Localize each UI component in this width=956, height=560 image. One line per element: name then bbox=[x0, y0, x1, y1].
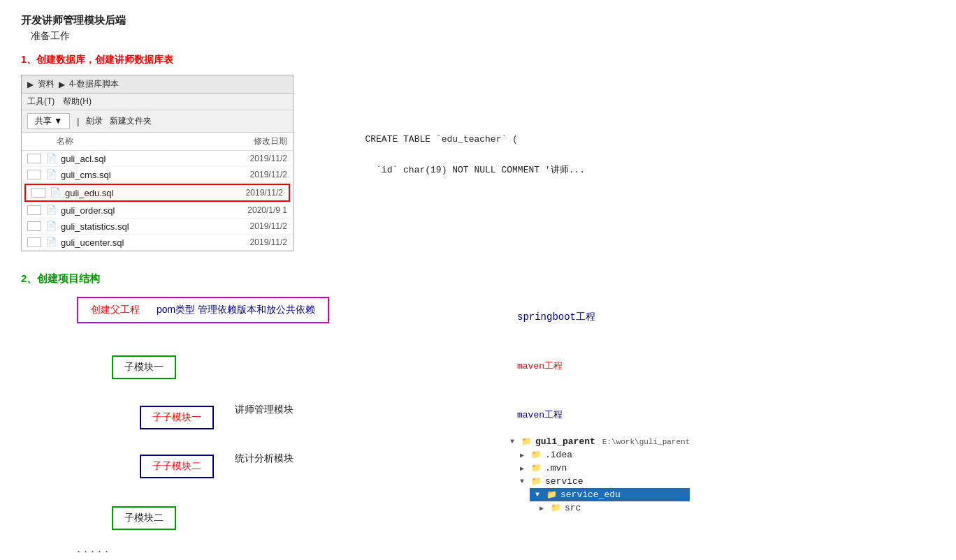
breadcrumb-root: 资料 bbox=[38, 78, 55, 90]
root-name: guli_parent bbox=[535, 436, 595, 447]
file-row[interactable]: 📄guli_statistics.sql2019/11/2 bbox=[22, 219, 293, 235]
file-date: 2019/11/2 bbox=[238, 221, 287, 231]
file-row[interactable]: 📄guli_acl.sql2019/11/2 bbox=[22, 151, 293, 167]
mvn-name: .mvn bbox=[545, 463, 567, 473]
maven-label1: maven工程 bbox=[517, 360, 690, 372]
file-checkbox bbox=[27, 170, 41, 179]
pom-type: pom类型 bbox=[157, 304, 195, 315]
root-collapse-icon: ▼ bbox=[510, 438, 519, 445]
subsub1-desc: 讲师管理模块 bbox=[235, 404, 294, 416]
file-date: 2019/11/2 bbox=[238, 237, 287, 247]
service-collapse-icon: ▼ bbox=[520, 478, 528, 485]
subsub2-desc: 统计分析模块 bbox=[235, 452, 294, 465]
maven-label2: maven工程 bbox=[517, 408, 690, 421]
subsub1-box: 子子模块一 bbox=[140, 406, 214, 429]
page-container: 开发讲师管理模块后端 准备工作 1、创建数据库，创建讲师数据库表 ▶ 资料 ▶ … bbox=[0, 0, 956, 560]
share-button[interactable]: 共享 ▼ bbox=[27, 113, 70, 129]
file-name: guli_acl.sql bbox=[61, 154, 234, 164]
file-date: 2019/11/2 bbox=[234, 188, 283, 198]
sub2-row: 子模块二 bbox=[21, 491, 475, 530]
file-name: guli_cms.sql bbox=[61, 170, 234, 180]
actions-divider: | bbox=[77, 117, 79, 126]
structure-left: 创建父工程 pom类型 管理依赖版本和放公共依赖 子模块一 子子模块一 bbox=[21, 297, 475, 530]
fe-files: 📄guli_acl.sql2019/11/2📄guli_cms.sql2019/… bbox=[22, 151, 293, 251]
subsub2-label: 子子模块二 bbox=[152, 460, 201, 471]
file-tree: ▼ 📁 guli_parent E:\work\guli_parent ▶ 📁 … bbox=[510, 435, 690, 515]
file-name: guli_edu.sql bbox=[65, 188, 230, 198]
parent-text1: 创建父工程 bbox=[91, 304, 140, 315]
share-label: 共享 ▼ bbox=[35, 115, 62, 127]
tree-mvn: ▶ 📁 .mvn bbox=[520, 462, 690, 475]
step2-section: 2、创建项目结构 创建父工程 pom类型 管理依赖版本和放公共依赖 子模块一 bbox=[21, 272, 935, 559]
tree-service: ▼ 📁 service bbox=[520, 475, 690, 488]
title-section: 开发讲师管理模块后端 准备工作 bbox=[21, 14, 935, 43]
sql-line2: `id` char(19) NOT NULL COMMENT '讲师... bbox=[365, 165, 585, 175]
subsub1-label: 子子模块一 bbox=[152, 411, 201, 422]
file-icon: 📄 bbox=[45, 205, 57, 216]
sub1-box: 子模块一 bbox=[112, 355, 176, 379]
breadcrumb-arrow: ▶ bbox=[27, 80, 34, 89]
file-checkbox bbox=[27, 221, 41, 231]
file-explorer: ▶ 资料 ▶ 4-数据库脚本 工具(T) 帮助(H) 共享 ▼ | 刻录 bbox=[21, 75, 294, 251]
file-checkbox bbox=[31, 188, 45, 198]
root-folder-icon: 📁 bbox=[521, 436, 533, 447]
tree-service-edu[interactable]: ▼ 📁 service_edu bbox=[530, 488, 690, 501]
file-row[interactable]: 📄guli_edu.sql2019/11/2 bbox=[24, 184, 290, 202]
tree-src: ▶ 📁 src bbox=[539, 501, 690, 515]
service-folder-icon: 📁 bbox=[531, 476, 542, 487]
file-icon: 📄 bbox=[45, 237, 57, 248]
sub1-row: 子模块一 bbox=[21, 336, 475, 379]
file-icon: 📄 bbox=[45, 169, 57, 180]
file-row[interactable]: 📄guli_ucenter.sql2019/11/2 bbox=[22, 235, 293, 251]
file-row[interactable]: 📄guli_cms.sql2019/11/2 bbox=[22, 167, 293, 183]
tree-idea: ▶ 📁 .idea bbox=[520, 448, 690, 462]
pom-desc: 管理依赖版本和放公共依赖 bbox=[198, 304, 315, 315]
sql-code: CREATE TABLE `edu_teacher` ( `id` char(1… bbox=[321, 117, 935, 193]
file-name: guli_ucenter.sql bbox=[61, 237, 234, 248]
src-folder-icon: 📁 bbox=[551, 503, 562, 513]
file-checkbox bbox=[27, 154, 41, 163]
file-name: guli_order.sql bbox=[61, 205, 234, 216]
record-button[interactable]: 刻录 bbox=[86, 115, 103, 127]
toolbar-tools[interactable]: 工具(T) bbox=[27, 96, 55, 108]
sub2-box: 子模块二 bbox=[112, 506, 176, 530]
step1-label: 1、创建数据库，创建讲师数据库表 bbox=[21, 54, 935, 66]
fe-toolbar: 工具(T) 帮助(H) bbox=[22, 94, 293, 110]
main-title: 开发讲师管理模块后端 bbox=[21, 14, 935, 27]
left-panel: ▶ 资料 ▶ 4-数据库脚本 工具(T) 帮助(H) 共享 ▼ | 刻录 bbox=[21, 75, 294, 251]
service-edu-folder-icon: 📁 bbox=[546, 489, 558, 500]
idea-folder-icon: 📁 bbox=[531, 450, 542, 460]
parent-box-row: 创建父工程 pom类型 管理依赖版本和放公共依赖 bbox=[21, 297, 475, 323]
file-icon: 📄 bbox=[45, 221, 57, 232]
subsub1-row: 子子模块一 讲师管理模块 bbox=[21, 390, 475, 429]
project-structure: 创建父工程 pom类型 管理依赖版本和放公共依赖 子模块一 子子模块一 bbox=[21, 297, 935, 530]
file-date: 2019/11/2 bbox=[238, 170, 287, 179]
file-checkbox bbox=[27, 205, 41, 215]
new-folder-button[interactable]: 新建文件夹 bbox=[110, 115, 152, 127]
file-name: guli_statistics.sql bbox=[61, 221, 234, 232]
dots: · · · · · bbox=[77, 544, 935, 559]
service-edu-name: service_edu bbox=[560, 489, 621, 500]
col-name: 名称 bbox=[57, 135, 73, 147]
idea-name: .idea bbox=[545, 450, 572, 460]
toolbar-help[interactable]: 帮助(H) bbox=[63, 96, 92, 108]
fe-table-header: 名称 修改日期 bbox=[22, 133, 293, 151]
col-date: 修改日期 bbox=[254, 135, 287, 147]
breadcrumb-sep: ▶ bbox=[59, 80, 65, 89]
mvn-expand-icon: ▶ bbox=[520, 464, 528, 473]
top-row: ▶ 资料 ▶ 4-数据库脚本 工具(T) 帮助(H) 共享 ▼ | 刻录 bbox=[21, 75, 935, 251]
file-checkbox bbox=[27, 237, 41, 247]
sub-title: 准备工作 bbox=[31, 30, 935, 43]
springboot-label: springboot工程 bbox=[517, 311, 690, 323]
parent-box: 创建父工程 pom类型 管理依赖版本和放公共依赖 bbox=[77, 297, 329, 323]
right-panel: CREATE TABLE `edu_teacher` ( `id` char(1… bbox=[321, 117, 935, 193]
idea-expand-icon: ▶ bbox=[520, 451, 528, 459]
tree-root: ▼ 📁 guli_parent E:\work\guli_parent bbox=[510, 435, 690, 448]
file-row[interactable]: 📄guli_order.sql2020/1/9 1 bbox=[22, 202, 293, 219]
service-name: service bbox=[545, 476, 584, 487]
sub1-label: 子模块一 bbox=[124, 361, 164, 372]
src-expand-icon: ▶ bbox=[539, 504, 548, 513]
step2-label: 2、创建项目结构 bbox=[21, 272, 935, 286]
src-name: src bbox=[565, 503, 581, 513]
fe-actions: 共享 ▼ | 刻录 新建文件夹 bbox=[22, 110, 293, 133]
